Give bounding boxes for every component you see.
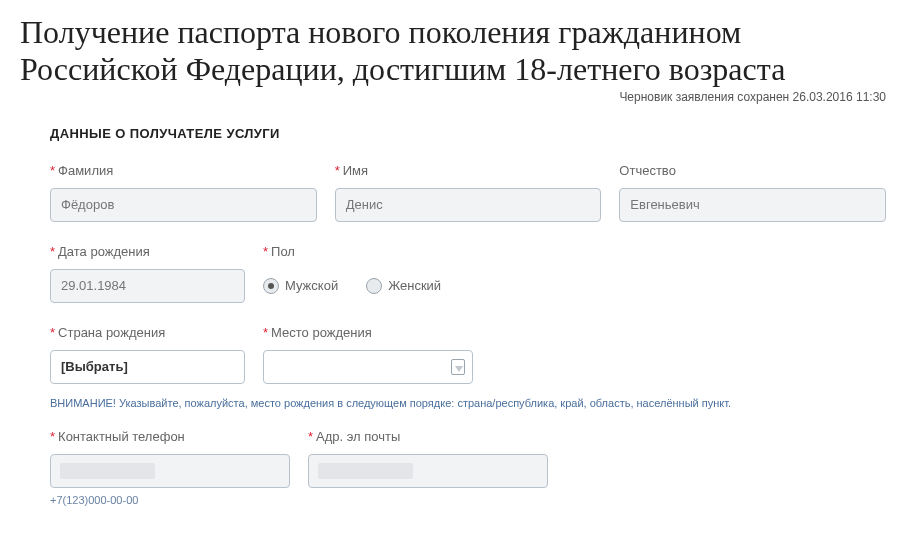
label-patronymic: Отчество (619, 163, 886, 178)
phone-format-hint: +7(123)000-00-00 (50, 494, 290, 506)
field-surname: *Фамилия (50, 163, 317, 222)
select-birth-country[interactable]: [Выбрать] (50, 350, 245, 384)
field-dob: *Дата рождения (50, 244, 245, 303)
radio-female[interactable]: Женский (366, 278, 441, 294)
field-birth-place: *Место рождения (263, 325, 473, 384)
row-contacts: *Контактный телефон +7(123)000-00-00 *Ад… (50, 429, 886, 506)
label-name: *Имя (335, 163, 602, 178)
input-email[interactable] (308, 454, 548, 488)
field-gender: *Пол Мужской Женский (263, 244, 886, 303)
row-dob-gender: *Дата рождения *Пол Мужской Женский (50, 244, 886, 303)
radio-female-icon (366, 278, 382, 294)
label-birth-place: *Место рождения (263, 325, 473, 340)
input-birth-place[interactable] (263, 350, 473, 384)
label-dob: *Дата рождения (50, 244, 245, 259)
input-patronymic[interactable] (619, 188, 886, 222)
input-surname[interactable] (50, 188, 317, 222)
birthplace-note: ВНИМАНИЕ! Указывайте, пожалуйста, место … (50, 396, 886, 411)
draft-status: Черновик заявления сохранен 26.03.2016 1… (20, 90, 886, 104)
input-phone[interactable] (50, 454, 290, 488)
page-title: Получение паспорта нового поколения граж… (20, 14, 886, 88)
input-name[interactable] (335, 188, 602, 222)
label-gender: *Пол (263, 244, 886, 259)
row-birth: *Страна рождения [Выбрать] *Место рожден… (50, 325, 886, 384)
field-email: *Адр. эл почты (308, 429, 548, 506)
label-phone: *Контактный телефон (50, 429, 290, 444)
form-body: ДАННЫЕ О ПОЛУЧАТЕЛЕ УСЛУГИ *Фамилия *Имя… (20, 126, 886, 506)
row-name: *Фамилия *Имя Отчество (50, 163, 886, 222)
field-name: *Имя (335, 163, 602, 222)
keyboard-icon[interactable] (451, 359, 465, 375)
field-phone: *Контактный телефон +7(123)000-00-00 (50, 429, 290, 506)
label-email: *Адр. эл почты (308, 429, 548, 444)
gender-radio-group: Мужской Женский (263, 269, 886, 303)
field-birth-country: *Страна рождения [Выбрать] (50, 325, 245, 384)
label-birth-country: *Страна рождения (50, 325, 245, 340)
radio-male-icon (263, 278, 279, 294)
label-surname: *Фамилия (50, 163, 317, 178)
input-dob[interactable] (50, 269, 245, 303)
radio-male[interactable]: Мужской (263, 278, 338, 294)
section-title: ДАННЫЕ О ПОЛУЧАТЕЛЕ УСЛУГИ (50, 126, 886, 141)
field-patronymic: Отчество (619, 163, 886, 222)
